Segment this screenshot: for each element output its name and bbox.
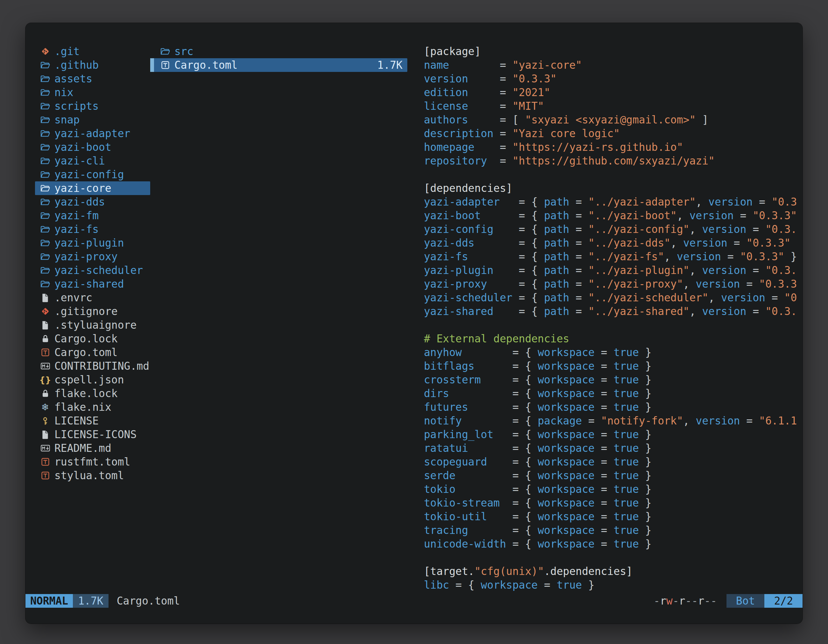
dir-entry[interactable]: scripts [35, 99, 150, 113]
syntax-token: = [569, 305, 588, 318]
file-entry[interactable]: ❄flake.nix [35, 400, 150, 414]
syntax-token: [dependencies] [424, 182, 512, 194]
syntax-token: } [639, 456, 652, 468]
syntax-token: } [784, 251, 797, 263]
file-entry[interactable]: .gitignore [35, 304, 150, 318]
syntax-token: "0.3.3" [746, 237, 790, 249]
syntax-token: = { [500, 497, 538, 509]
file-entry[interactable]: .envrc [35, 291, 150, 304]
syntax-token: = [594, 387, 613, 400]
syntax-token: workspace [538, 442, 595, 454]
syntax-token: tokio [424, 483, 455, 495]
syntax-token: true [557, 579, 582, 591]
dir-entry[interactable]: yazi-config [35, 168, 150, 181]
folder-icon [40, 196, 50, 208]
file-entry[interactable]: .styluaignore [35, 318, 150, 332]
preview-line: yazi-plugin = { path = "../yazi-plugin",… [424, 263, 799, 277]
syntax-token: = [740, 415, 759, 427]
syntax-token: bitflags [424, 360, 474, 372]
file-entry[interactable]: LICENSE [35, 414, 150, 428]
entry-label: .github [55, 59, 99, 71]
dir-entry[interactable]: src [150, 45, 407, 58]
file-entry[interactable]: {}cspell.json [35, 373, 150, 387]
dir-entry[interactable]: yazi-adapter [35, 127, 150, 140]
syntax-token: = [474, 141, 512, 154]
dir-entry[interactable]: assets [35, 72, 150, 86]
entry-label: yazi-cli [55, 155, 105, 167]
dir-entry[interactable]: snap [35, 113, 150, 127]
syntax-token: serde [424, 469, 455, 482]
dir-entry[interactable]: yazi-plugin [35, 236, 150, 250]
dir-entry[interactable]: nix [35, 86, 150, 99]
dir-entry[interactable]: yazi-dds [35, 195, 150, 209]
syntax-token: "0.3. [765, 223, 797, 235]
syntax-token: = { [468, 524, 538, 536]
syntax-token: workspace [538, 456, 595, 468]
file-entry[interactable]: stylua.toml [35, 469, 150, 483]
syntax-token: true [613, 401, 639, 413]
syntax-token: , [708, 291, 721, 304]
parent-directory-pane: .git.githubassetsnixscriptssnapyazi-adap… [35, 45, 150, 594]
dir-entry[interactable]: yazi-fs [35, 223, 150, 236]
file-entry[interactable]: LICENSE-ICONS [35, 428, 150, 441]
preview-line: tracing = { workspace = true } [424, 523, 799, 537]
dir-entry[interactable]: yazi-core [35, 181, 150, 195]
syntax-token: yazi-adapter [424, 196, 500, 208]
dir-entry[interactable]: yazi-fm [35, 209, 150, 223]
syntax-token: version [702, 264, 746, 276]
file-entry[interactable]: Cargo.toml1.7K [150, 58, 407, 72]
syntax-token: = { [481, 373, 538, 386]
file-entry[interactable]: rustfmt.toml [35, 455, 150, 469]
syntax-token: = [594, 456, 613, 468]
cursor-position-indicator: 2/2 [764, 594, 803, 608]
preview-line: scopeguard = { workspace = true } [424, 455, 799, 469]
syntax-token: = [594, 469, 613, 482]
dir-entry[interactable]: yazi-proxy [35, 250, 150, 263]
preview-line: bitflags = { workspace = true } [424, 359, 799, 373]
file-entry[interactable]: Cargo.lock [35, 332, 150, 346]
syntax-token: edition [424, 86, 468, 99]
syntax-token: "sxyazi <sxyazi@gmail.com>" [525, 114, 696, 126]
git-icon [40, 46, 50, 57]
syntax-token: # External dependencies [424, 332, 569, 345]
markdown-icon [40, 443, 50, 454]
dir-entry[interactable]: .github [35, 58, 150, 72]
dir-entry[interactable]: yazi-cli [35, 154, 150, 168]
dir-entry[interactable]: yazi-shared [35, 277, 150, 291]
syntax-token: = [594, 346, 613, 359]
syntax-token: "0.3.3 [759, 278, 797, 290]
syntax-token: crossterm [424, 373, 481, 386]
preview-line: version = "0.3.3" [424, 72, 799, 86]
syntax-token: yazi-dds [424, 237, 474, 249]
syntax-token: yazi-scheduler [424, 291, 512, 304]
syntax-token: "../yazi-fs" [588, 251, 664, 263]
file-entry[interactable]: README.md [35, 441, 150, 455]
syntax-token: = [487, 155, 512, 167]
syntax-token: = { [455, 469, 538, 482]
file-entry[interactable]: flake.lock [35, 387, 150, 400]
dir-entry[interactable]: .git [35, 45, 150, 58]
syntax-token: unicode-width [424, 538, 506, 550]
dir-entry[interactable]: yazi-boot [35, 140, 150, 154]
syntax-token: name [424, 59, 449, 71]
entry-label: LICENSE [55, 415, 99, 427]
file-entry[interactable]: Cargo.toml [35, 346, 150, 359]
entry-label: Cargo.lock [55, 332, 118, 345]
syntax-token: = [569, 209, 588, 222]
folder-icon [40, 251, 50, 263]
current-directory-pane: srcCargo.toml1.7K [150, 45, 407, 594]
syntax-token: yazi-boot [424, 209, 481, 222]
preview-line: crossterm = { workspace = true } [424, 373, 799, 387]
entry-label: .styluaignore [55, 319, 136, 331]
dir-entry[interactable]: yazi-scheduler [35, 263, 150, 277]
folder-icon [40, 87, 50, 98]
syntax-token: .dependencies] [544, 565, 633, 578]
syntax-token: = [468, 86, 512, 99]
syntax-token: = { [468, 401, 538, 413]
syntax-token: "0.3.3" [753, 209, 797, 222]
file-entry[interactable]: CONTRIBUTING.md [35, 359, 150, 373]
syntax-token: "../yazi-plugin" [588, 264, 690, 276]
syntax-token: = [ [468, 114, 525, 126]
entry-label: yazi-scheduler [55, 264, 143, 276]
entry-label: snap [55, 114, 80, 126]
